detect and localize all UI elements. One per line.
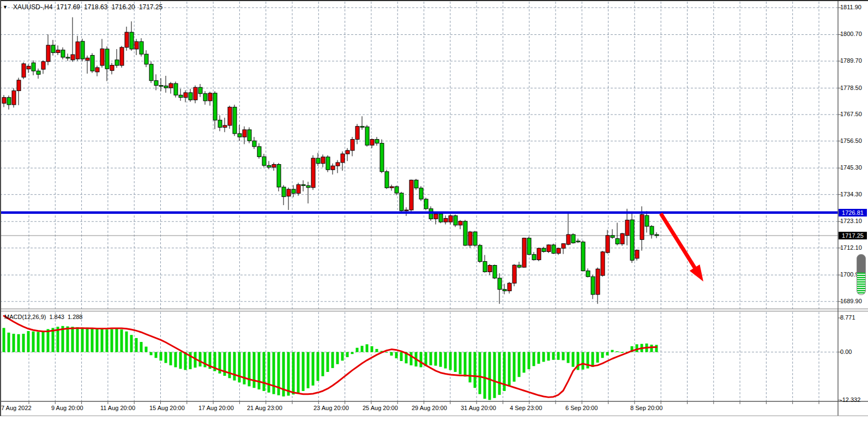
last-price-badge: 1717.25: [839, 232, 867, 239]
chart-header: ▼ XAUUSD-,H4 1717.69 1718.63 1716.20 171…: [3, 3, 162, 11]
price-axis-label: 1767.50: [840, 111, 862, 117]
macd-indicator-label: MACD(12,26,9) 1.843 1.288: [4, 314, 82, 320]
time-axis-label: 17 Aug 20:00: [198, 405, 234, 411]
time-axis[interactable]: 7 Aug 20229 Aug 20:0011 Aug 20:0015 Aug …: [0, 405, 868, 414]
time-axis-label: 23 Aug 20:00: [314, 405, 349, 411]
time-axis-label: 29 Aug 20:00: [412, 405, 447, 411]
time-axis-label: 21 Aug 23:00: [247, 405, 282, 411]
price-axis-label: 1778.50: [840, 85, 862, 91]
time-axis-label: 11 Aug 20:00: [100, 405, 135, 411]
price-axis-label: 1689.90: [840, 298, 862, 304]
price-axis-label: 1745.30: [840, 164, 862, 171]
scrollbar-grip-icon: [857, 273, 865, 294]
macd-axis-label: -12.332: [840, 396, 860, 403]
time-axis-label: 25 Aug 20:00: [363, 405, 398, 411]
scrollbar-thumb[interactable]: [857, 254, 866, 295]
time-axis-label: 4 Sep 23:00: [510, 405, 542, 411]
price-axis-label: 1756.50: [840, 137, 862, 144]
time-axis-label: 7 Aug 2022: [1, 405, 32, 411]
time-axis-label: 6 Sep 20:00: [565, 405, 598, 411]
quote-close: 1717.25: [139, 3, 162, 11]
price-axis-label: 1712.10: [840, 244, 862, 251]
price-axis-label: 1800.70: [840, 31, 862, 37]
macd-main-value: 1.843: [49, 314, 64, 320]
window-top-border: [0, 0, 868, 1]
quote-high: 1718.63: [84, 3, 107, 11]
quote-low: 1716.20: [111, 3, 135, 11]
time-axis-label: 8 Sep 20:00: [630, 405, 662, 411]
chart-window: ▼ XAUUSD-,H4 1717.69 1718.63 1716.20 171…: [0, 0, 868, 421]
symbol-timeframe-label: XAUUSD-,H4: [13, 3, 53, 11]
quote-open: 1717.69: [57, 3, 80, 11]
price-axis-label: 1723.10: [840, 218, 862, 224]
price-axis-label: 1811.90: [840, 4, 861, 10]
hline-price-badge: 1726.81: [839, 209, 867, 216]
macd-axis-label: 0.00: [840, 348, 852, 355]
price-axis-label: 1734.30: [840, 191, 862, 197]
time-axis-label: 31 Aug 20:00: [461, 405, 496, 411]
chart-canvas[interactable]: [0, 0, 868, 421]
macd-signal-value: 1.288: [68, 314, 83, 320]
time-axis-label: 15 Aug 20:00: [149, 405, 185, 411]
window-left-border: [0, 0, 1, 416]
macd-axis-label: 8.771: [840, 314, 855, 321]
macd-name: MACD(12,26,9): [4, 314, 46, 320]
price-axis-label: 1789.70: [840, 57, 862, 64]
time-axis-label: 9 Aug 20:00: [51, 405, 83, 411]
quote-expand-icon[interactable]: ▼: [3, 4, 8, 10]
